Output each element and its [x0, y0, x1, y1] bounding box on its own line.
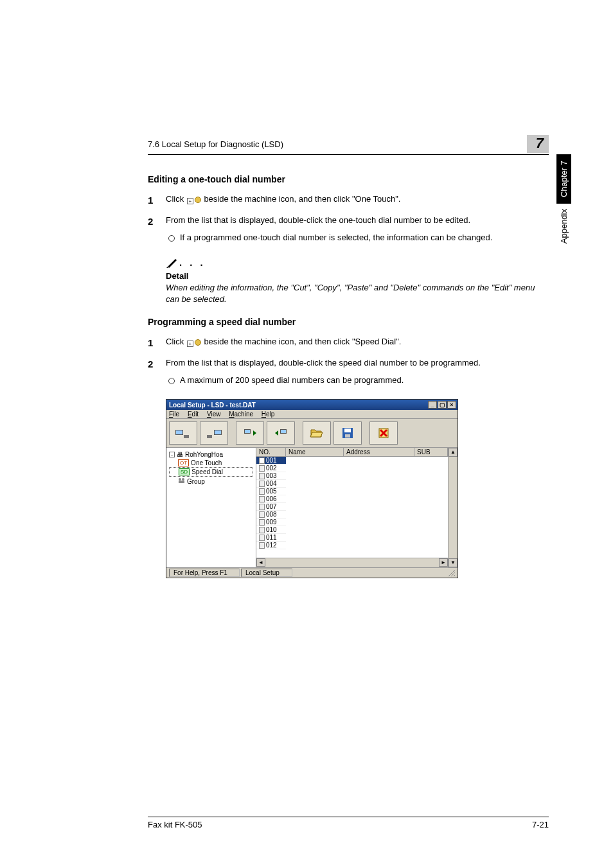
menu-help[interactable]: Help: [262, 411, 275, 418]
titlebar: Local Setup - LSD - test.DAT _ ▢ ×: [166, 400, 458, 410]
svg-rect-7: [245, 430, 250, 433]
list-row[interactable]: 003: [256, 472, 448, 480]
row-number: 002: [266, 465, 277, 472]
file-icon: [259, 511, 265, 518]
tree-root[interactable]: - 🖶 RohYongHoa: [169, 450, 253, 459]
scroll-left-icon[interactable]: ◄: [256, 558, 265, 567]
scroll-down-icon[interactable]: ▼: [449, 558, 458, 567]
heading-program-speeddial: Programming a speed dial number: [148, 317, 549, 327]
tree-panel: - 🖶 RohYongHoa OT One Touch SD Speed Dia…: [166, 448, 256, 567]
row-number: 011: [266, 534, 277, 541]
svg-rect-16: [179, 481, 184, 483]
gear-icon: [195, 197, 201, 203]
group-icon: [178, 477, 185, 485]
row-number: 010: [266, 526, 277, 533]
vertical-scrollbar[interactable]: ▲ ▼: [448, 448, 458, 567]
list-row[interactable]: 007: [256, 503, 448, 511]
connect-from-icon[interactable]: [169, 421, 197, 445]
svg-rect-12: [345, 434, 350, 438]
delete-icon[interactable]: [369, 421, 398, 445]
file-icon: [259, 535, 265, 541]
row-number: 012: [266, 542, 277, 549]
step-2: From the list that is displayed, double-…: [148, 215, 549, 244]
list-row[interactable]: 005: [256, 488, 448, 495]
expand-plus-icon: +: [187, 198, 193, 204]
side-chapter-label: Chapter 7: [556, 154, 571, 204]
menu-edit[interactable]: Edit: [188, 411, 199, 418]
speeddial-badge-icon: SD: [179, 468, 190, 475]
column-no[interactable]: NO.: [256, 448, 286, 456]
expand-plus-icon: +: [187, 341, 193, 347]
tree-item-onetouch[interactable]: OT One Touch: [169, 459, 253, 467]
list-row[interactable]: 010: [256, 526, 448, 534]
svg-rect-5: [207, 435, 212, 438]
detail-body: When editing the information, the "Cut",…: [166, 282, 549, 305]
file-icon: [259, 473, 265, 479]
scroll-right-icon[interactable]: ►: [439, 558, 448, 567]
menu-machine[interactable]: Machine: [229, 411, 253, 418]
svg-point-15: [182, 478, 184, 481]
toolbar: [166, 419, 458, 448]
footer-left: Fax kit FK-505: [148, 820, 202, 829]
menubar: File Edit View Machine Help: [166, 410, 458, 419]
row-number: 004: [266, 480, 277, 487]
list-row[interactable]: 012: [256, 542, 448, 549]
row-number: 006: [266, 495, 277, 502]
menu-file[interactable]: File: [169, 411, 179, 418]
step-1: Click + beside the machine icon, and the…: [148, 336, 549, 348]
step-2-bullet: If a programmed one-touch dial number is…: [166, 232, 549, 244]
svg-rect-1: [176, 430, 182, 434]
menu-view[interactable]: View: [207, 411, 221, 418]
heading-edit-onetouch: Editing a one-touch dial number: [148, 174, 549, 184]
list-row[interactable]: 006: [256, 495, 448, 503]
file-icon: [259, 465, 265, 472]
file-icon: [259, 542, 265, 549]
row-number: 007: [266, 503, 277, 510]
svg-rect-9: [281, 430, 286, 433]
chapter-badge: 7: [527, 135, 549, 153]
download-icon[interactable]: [267, 421, 295, 445]
detail-heading: Detail: [166, 271, 549, 281]
list-row[interactable]: 004: [256, 480, 448, 488]
row-number: 003: [266, 472, 277, 479]
step-1: Click + beside the machine icon, and the…: [148, 193, 549, 206]
row-number: 009: [266, 518, 277, 526]
status-help: For Help, Press F1: [169, 569, 240, 577]
page-footer: Fax kit FK-505 7-21: [148, 817, 549, 829]
row-number: 005: [266, 488, 277, 495]
maximize-button[interactable]: ▢: [438, 401, 447, 409]
minimize-button[interactable]: _: [428, 401, 437, 409]
step-2-bullet: A maximum of 200 speed dial numbers can …: [166, 375, 549, 387]
list-row[interactable]: 008: [256, 511, 448, 518]
horizontal-scrollbar[interactable]: ◄ ►: [256, 558, 448, 567]
list-row[interactable]: 001: [256, 457, 448, 465]
connect-to-icon[interactable]: [200, 421, 228, 445]
tree-item-group[interactable]: Group: [169, 477, 253, 486]
list-row[interactable]: 002: [256, 465, 448, 472]
column-name[interactable]: Name: [286, 448, 344, 456]
section-ref: 7.6 Local Setup for Diagnostic (LSD): [148, 139, 283, 149]
svg-rect-11: [344, 429, 351, 432]
collapse-minus-icon[interactable]: -: [169, 452, 175, 457]
file-icon: [259, 457, 265, 464]
svg-point-14: [179, 478, 181, 481]
column-sub[interactable]: SUB: [414, 448, 448, 456]
close-button[interactable]: ×: [447, 401, 456, 409]
onetouch-badge-icon: OT: [178, 459, 189, 466]
resize-grip-icon[interactable]: [436, 569, 455, 577]
scroll-up-icon[interactable]: ▲: [449, 448, 458, 457]
statusbar: For Help, Press F1 Local Setup: [166, 567, 458, 578]
save-icon[interactable]: [333, 421, 362, 445]
list-row[interactable]: 011: [256, 534, 448, 542]
open-icon[interactable]: [303, 421, 331, 445]
note-icon: . . .: [166, 253, 549, 270]
side-appendix-label: Appendix: [556, 204, 571, 249]
upload-icon[interactable]: [236, 421, 264, 445]
file-icon: [259, 504, 265, 510]
list-row[interactable]: 009: [256, 518, 448, 526]
row-number: 008: [266, 511, 277, 518]
column-address[interactable]: Address: [344, 448, 414, 456]
window-title: Local Setup - LSD - test.DAT: [169, 402, 256, 409]
tree-item-speeddial[interactable]: SD Speed Dial: [169, 467, 253, 477]
file-icon: [259, 527, 265, 533]
